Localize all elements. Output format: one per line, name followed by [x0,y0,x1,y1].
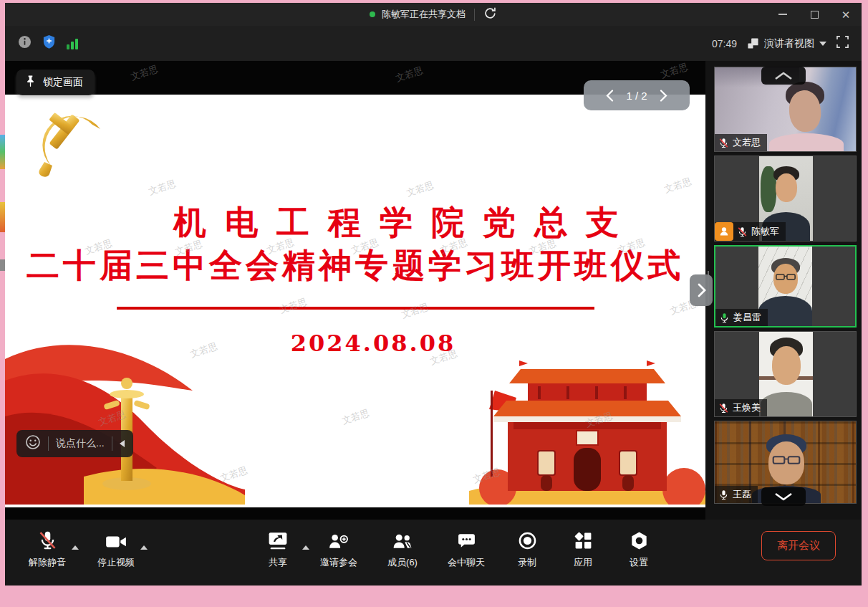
meeting-window: 陈敏军正在共享文档 ✕ 07:49 演讲者视图 [5,3,862,586]
minimize-button[interactable] [767,3,799,26]
security-shield-icon[interactable] [42,34,56,52]
members-label: 成员(6) [387,556,418,569]
slide-title-line1: 机电工程学院党总支 [105,201,705,245]
mic-muted-icon [38,529,57,550]
desktop-icon-fragment [0,259,5,271]
main-area: 机电工程学院党总支 二十届三中全会精神专题学习班开班仪式 2024.08.08 [5,61,862,520]
record-icon [518,529,537,550]
slide-title-line2: 二十届三中全会精神专题学习班开班仪式 [5,244,705,288]
participant-video [759,332,813,416]
settings-label: 设置 [630,556,648,569]
page-indicator: 1 / 2 [626,90,647,102]
meeting-info-icon[interactable] [18,35,32,52]
divider [112,436,112,451]
participant-name: 姜昌雷 [733,311,761,324]
camera-icon [105,529,127,550]
shared-document-area: 机电工程学院党总支 二十届三中全会精神专题学习班开班仪式 2024.08.08 [5,61,705,520]
desktop-icon-fragment [0,135,5,169]
next-slide-button[interactable] [690,274,713,306]
share-label: 共享 [269,556,287,569]
apps-button[interactable]: 应用 [562,529,604,569]
mic-muted-icon [718,403,729,414]
mic-muted-icon [737,226,748,237]
pin-icon [25,75,36,90]
unmute-label: 解除静音 [29,556,66,569]
participant-tile-3[interactable]: 姜昌雷 [714,245,857,328]
record-label: 录制 [518,556,536,569]
divider [48,436,49,451]
collapse-sidebar-button[interactable] [761,67,806,85]
members-button[interactable]: 成员(6) [379,529,426,569]
participant-name: 陈敏军 [751,225,779,238]
refresh-icon[interactable] [483,6,497,22]
network-signal-icon[interactable] [67,38,78,49]
members-icon [392,529,413,550]
fullscreen-icon[interactable] [836,36,849,51]
mic-active-icon [719,312,730,323]
stop-video-button[interactable]: 停止视频 [95,529,137,569]
settings-gear-icon [630,529,649,550]
share-options-caret[interactable] [302,545,309,550]
maximize-button[interactable] [799,3,830,26]
tiananmen-graphic [469,339,705,507]
lock-screen-label: 锁定画面 [43,76,83,89]
desktop-icon-fragment [0,202,5,232]
invite-button[interactable]: 邀请参会 [313,529,365,569]
unmute-button[interactable]: 解除静音 [26,529,68,569]
apps-grid-icon [574,529,593,550]
meeting-chat-button[interactable]: 会中聊天 [440,529,492,569]
mic-on-icon [718,489,729,500]
mic-muted-icon [718,138,729,148]
presenter-badge [715,222,733,241]
desktop: { "titlebar": { "sharing_text": "陈敏军正在共享… [0,0,868,607]
next-page-icon[interactable] [660,90,667,102]
chat-input-placeholder[interactable]: 说点什么... [56,437,105,450]
meeting-info-bar: 07:49 演讲者视图 [5,26,862,61]
layout-icon [747,37,759,49]
meeting-timer: 07:49 [712,38,737,49]
participant-label: 王磊 [715,486,758,503]
sharing-status-text: 陈敏军正在共享文档 [382,8,466,21]
participant-name: 王焕美 [733,401,761,414]
chat-bubble-icon [457,529,476,550]
mic-options-caret[interactable] [72,545,79,550]
settings-button[interactable]: 设置 [618,529,660,569]
chat-quick-input[interactable]: 说点什么... [16,430,133,457]
window-controls: ✕ [767,3,862,26]
leave-meeting-button[interactable]: 离开会议 [761,531,836,560]
apps-label: 应用 [574,556,592,569]
participants-sidebar: 文若思 陈敏军 [705,61,862,520]
sharing-status: 陈敏军正在共享文档 [370,6,497,22]
stop-video-label: 停止视频 [97,556,135,569]
slide-divider-line [117,307,594,310]
flag-column-graphic [5,325,245,507]
record-button[interactable]: 录制 [506,529,548,569]
participant-label: 陈敏军 [715,222,786,241]
lock-screen-button[interactable]: 锁定画面 [16,70,95,95]
share-button[interactable]: 共享 [257,529,299,569]
invite-label: 邀请参会 [320,556,357,569]
chat-label: 会中聊天 [448,556,485,569]
page-navigation: 1 / 2 [584,80,690,110]
participant-name: 文若思 [733,136,761,149]
participant-label: 王焕美 [715,399,767,416]
emoji-icon[interactable] [25,434,41,453]
party-emblem-graphic [31,105,108,182]
title-bar: 陈敏军正在共享文档 ✕ [5,3,862,26]
collapse-chat-icon[interactable] [120,440,125,447]
chevron-down-icon [819,42,826,46]
invite-person-icon [328,529,349,550]
participant-label: 姜昌雷 [715,309,768,326]
sharing-active-dot [370,11,375,17]
scroll-down-participants-button[interactable] [761,487,806,506]
participant-tile-2[interactable]: 陈敏军 [714,156,857,242]
close-button[interactable]: ✕ [830,3,862,26]
share-screen-icon [268,529,288,550]
participant-label: 文若思 [715,134,767,151]
participant-tile-4[interactable]: 王焕美 [714,331,857,417]
view-mode-selector[interactable]: 演讲者视图 [747,37,826,50]
previous-page-icon[interactable] [606,90,614,102]
meeting-toolbar: 解除静音 停止视频 共享 邀请参会 [5,520,862,586]
video-options-caret[interactable] [140,545,148,550]
view-mode-label: 演讲者视图 [764,37,814,50]
